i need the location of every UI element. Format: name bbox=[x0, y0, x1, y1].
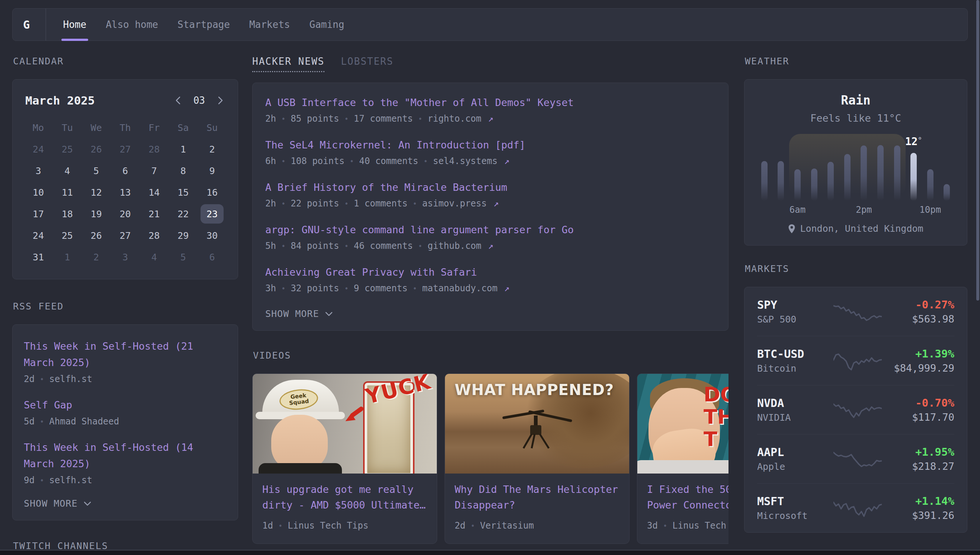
item-meta: 2d•selfh.st bbox=[24, 374, 226, 384]
market-row-btc-usd[interactable]: BTC-USDBitcoin+1.39%$84,999.29 bbox=[757, 336, 954, 385]
news-item: The SeL4 Microkernel: An Introduction [p… bbox=[265, 139, 715, 166]
market-change: +1.39% bbox=[885, 347, 954, 360]
news-item-domain[interactable]: matanabudy.com bbox=[422, 283, 497, 294]
video-card[interactable]: DOTHTI Fixed the 5090Power Connector…3d•… bbox=[637, 374, 728, 544]
market-symbol-block: SPYS&P 500 bbox=[757, 298, 830, 325]
dot-separator-icon: • bbox=[471, 521, 475, 530]
weather-location: London, United Kingdom bbox=[800, 223, 923, 234]
rss-item-title[interactable]: This Week in Self-Hosted (21March 2025) bbox=[24, 338, 226, 371]
rss-items: This Week in Self-Hosted (21March 2025)2… bbox=[24, 338, 226, 486]
news-item-title[interactable]: A Brief History of the Miracle Bacterium bbox=[265, 181, 715, 194]
rss-item-title[interactable]: Self Gap bbox=[24, 397, 226, 413]
market-row-nvda[interactable]: NVDANVIDIA-0.70%$117.70 bbox=[757, 385, 954, 435]
calendar-grid: 2425262728123456789101112131415161718192… bbox=[24, 138, 226, 268]
calendar-day: 29 bbox=[168, 225, 197, 246]
stock-sparkline bbox=[833, 498, 882, 518]
dot-separator-icon: • bbox=[412, 284, 417, 292]
market-values-block: +1.39%$84,999.29 bbox=[885, 347, 954, 374]
calendar-day: 4 bbox=[140, 246, 168, 268]
video-thumbnail: DOTHT bbox=[637, 374, 728, 473]
chevron-right-icon[interactable] bbox=[215, 96, 225, 105]
calendar-month-number: 03 bbox=[194, 95, 205, 106]
calendar-day: 10 bbox=[24, 181, 53, 203]
video-channel[interactable]: Veritasium bbox=[480, 520, 534, 531]
chevron-left-icon[interactable] bbox=[173, 96, 183, 105]
news-item-title[interactable]: Achieving Great Privacy with Safari bbox=[265, 266, 715, 279]
news-item-title[interactable]: argp: GNU-style command line argument pa… bbox=[265, 223, 715, 236]
dot-separator-icon: • bbox=[40, 417, 44, 425]
video-title[interactable]: His upgrade got me reallydirty - AMD $50… bbox=[262, 482, 427, 513]
calendar-day: 3 bbox=[24, 160, 53, 181]
market-symbol-block: NVDANVIDIA bbox=[757, 396, 830, 423]
videos-heading: VIDEOS bbox=[253, 350, 728, 361]
video-card[interactable]: Geek SquadYUCKHis upgrade got me reallyd… bbox=[252, 374, 437, 544]
video-channel[interactable]: Linus Tech Tips bbox=[288, 520, 368, 531]
news-item-domain[interactable]: github.com bbox=[428, 241, 481, 251]
news-item-title[interactable]: A USB Interface to the "Mother of All De… bbox=[265, 96, 715, 109]
calendar-section: CALENDAR March 2025 03 MoTuWeThFrSaSu 24… bbox=[12, 56, 238, 279]
dot-separator-icon: • bbox=[281, 157, 285, 165]
news-item-title[interactable]: The SeL4 Microkernel: An Introduction [p… bbox=[265, 139, 715, 151]
weekday-label: We bbox=[82, 121, 111, 134]
news-item-comments: 1 comments bbox=[354, 198, 408, 209]
video-title[interactable]: Why Did The Mars HelicopterDisappear? bbox=[455, 482, 619, 513]
news-item-domain[interactable]: righto.com bbox=[428, 114, 481, 124]
today-highlight: 23 bbox=[200, 204, 224, 223]
calendar-day: 28 bbox=[140, 138, 168, 160]
news-item-age: 3h bbox=[265, 283, 276, 294]
nav-tabs: HomeAlso homeStartpageMarketsGaming bbox=[63, 8, 345, 40]
weather-bar-slot bbox=[773, 145, 789, 201]
nav-tab-home[interactable]: Home bbox=[63, 8, 87, 40]
news-item-points: 22 points bbox=[290, 198, 339, 209]
time-axis-label: 6am bbox=[789, 205, 805, 215]
video-title[interactable]: I Fixed the 5090Power Connector… bbox=[647, 482, 728, 513]
scrollbar-thumb[interactable] bbox=[976, 0, 979, 301]
video-card[interactable]: WHAT HAPPENED?Why Did The Mars Helicopte… bbox=[444, 374, 630, 544]
market-row-aapl[interactable]: AAPLApple+1.95%$218.27 bbox=[757, 435, 954, 484]
nav-tab-gaming[interactable]: Gaming bbox=[309, 8, 344, 40]
calendar-day: 2 bbox=[197, 138, 226, 160]
calendar-day: 24 bbox=[24, 225, 53, 246]
news-item-points: 32 points bbox=[290, 283, 339, 294]
app-logo[interactable]: G bbox=[23, 18, 45, 31]
news-item-domain[interactable]: asimov.press bbox=[422, 198, 487, 209]
weather-bar-current bbox=[910, 153, 917, 201]
nav-tab-also-home[interactable]: Also home bbox=[106, 8, 158, 40]
item-meta: 9d•selfh.st bbox=[24, 475, 226, 486]
window-bottom-edge bbox=[0, 550, 980, 555]
video-age: 2d bbox=[455, 520, 465, 531]
calendar-week-row: 31123456 bbox=[24, 246, 226, 268]
calendar-week-row: 10111213141516 bbox=[24, 181, 226, 203]
dot-separator-icon: • bbox=[418, 115, 422, 123]
rss-section: RSS FEED This Week in Self-Hosted (21Mar… bbox=[12, 301, 238, 520]
rss-show-more-button[interactable]: SHOW MORE bbox=[24, 498, 226, 509]
dot-separator-icon: • bbox=[344, 199, 348, 208]
rss-item-source: Ahmad Shadeed bbox=[49, 416, 119, 427]
weather-bars: 6am2pm12°10pm bbox=[756, 145, 956, 201]
dot-separator-icon: • bbox=[418, 242, 422, 250]
market-change: -0.70% bbox=[885, 396, 954, 409]
rss-heading: RSS FEED bbox=[13, 301, 238, 312]
calendar-day: 3 bbox=[111, 246, 140, 268]
nav-tab-startpage[interactable]: Startpage bbox=[178, 8, 230, 40]
news-show-more-button[interactable]: SHOW MORE bbox=[265, 308, 715, 319]
calendar-day: 5 bbox=[168, 246, 197, 268]
item-meta: 2h•22 points•1 comments•asimov.press↗ bbox=[265, 198, 715, 209]
weather-widget: Rain Feels like 11°C 6am2pm12°10pm Londo… bbox=[744, 79, 967, 245]
video-channel[interactable]: Linus Tech Tips bbox=[672, 520, 728, 531]
news-item-domain[interactable]: sel4.systems bbox=[433, 156, 497, 166]
market-row-msft[interactable]: MSFTMicrosoft+1.14%$391.26 bbox=[757, 484, 954, 532]
news-tab-lobsters[interactable]: LOBSTERS bbox=[341, 56, 393, 72]
market-sparkline bbox=[830, 301, 885, 322]
rss-feed-widget: This Week in Self-Hosted (21March 2025)2… bbox=[12, 324, 238, 520]
chevron-down-icon bbox=[325, 311, 333, 316]
news-tab-hacker-news[interactable]: HACKER NEWS bbox=[252, 56, 324, 72]
market-row-spy[interactable]: SPYS&P 500-0.27%$563.98 bbox=[757, 287, 954, 336]
nav-tab-markets[interactable]: Markets bbox=[249, 8, 290, 40]
calendar-day: 8 bbox=[168, 160, 197, 181]
market-ticker: SPY bbox=[757, 298, 830, 312]
market-values-block: -0.27%$563.98 bbox=[885, 298, 954, 325]
rss-item-title[interactable]: This Week in Self-Hosted (14March 2025) bbox=[24, 440, 226, 472]
weather-heading: WEATHER bbox=[745, 56, 967, 67]
calendar-weekday-row: MoTuWeThFrSaSu bbox=[24, 121, 226, 134]
